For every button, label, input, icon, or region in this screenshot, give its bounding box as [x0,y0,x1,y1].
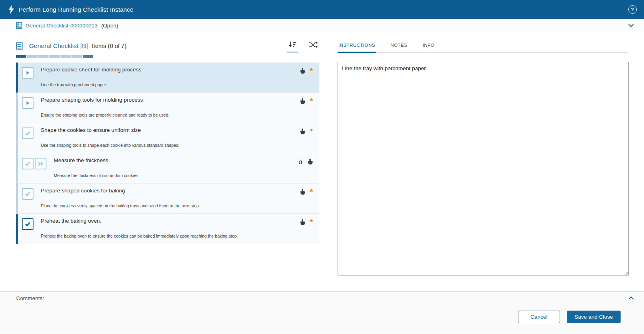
progress-segment [83,55,93,58]
send-next-chevron-button[interactable] [35,158,46,169]
item-title: Prepare shaping tools for molding proces… [41,97,300,103]
item-description: Place the cookies evenly spaced on the b… [41,203,300,208]
checklist-item[interactable]: Shape the cookies to ensure uniform size… [16,123,319,153]
checklist-item[interactable]: Measure the thickness Measure the thickn… [16,153,319,184]
required-asterisk: * [310,219,313,225]
checklist-panel: General Checklist [B] Items (0 of 7) [0,32,322,291]
tab-notes[interactable]: NOTES [390,43,408,53]
progress-segment [71,55,82,58]
item-status-icons: α * [300,184,319,213]
title-bar: Perform Long Running Checklist Instance … [0,0,644,19]
item-texts: Prepare shaped cookies for baking Place … [34,184,300,213]
item-control [18,93,34,123]
double-chevron-icon [38,161,44,167]
alpha-icon: α [298,159,302,166]
item-control [18,153,46,183]
item-description: Use the shaping tools to shape each cook… [41,143,300,148]
manual-hand-icon [300,68,305,74]
check-icon [25,191,31,197]
status-text: (Open) [101,23,118,29]
start-step-button[interactable] [22,97,34,109]
item-control [18,184,34,213]
footer-actions: Cancel Save and Close [0,305,644,334]
item-title: Prepare shaped cookies for baking [41,188,300,194]
item-control [18,63,34,92]
item-status-icons: α * [300,63,319,92]
collapse-chevron-down-icon[interactable] [626,22,636,29]
manual-hand-icon [300,128,305,134]
item-title: Shape the cookies to ensure uniform size [41,127,300,133]
item-control [18,214,34,244]
checklist-doc-icon [16,22,22,29]
item-status-icons: α * [298,153,319,183]
checklist-item[interactable]: Prepare shaping tools for molding proces… [16,93,319,123]
detail-panel: INSTRUCTIONS NOTES INFO Line the tray wi… [322,32,644,291]
play-icon [25,70,30,75]
progress-bar [16,55,93,58]
breadcrumb: General Checklist-000000013 (Open) [0,19,644,32]
progress-segment [16,55,26,58]
start-step-button[interactable] [22,67,34,79]
progress-segment [49,55,59,58]
item-status-icons: α * [300,214,319,244]
check-icon [25,161,31,167]
help-icon[interactable]: ? [628,5,637,14]
manual-hand-icon [300,98,305,104]
checklist-title: General Checklist [B] [29,42,88,50]
item-title: Preheat the baking oven. [41,218,300,224]
check-icon [25,130,31,136]
sort-order-button[interactable] [287,40,298,52]
main-content: General Checklist [B] Items (0 of 7) [0,32,644,291]
complete-checkbox[interactable] [22,127,34,139]
item-description: Line the tray with parchment paper. [41,82,300,87]
tab-info[interactable]: INFO [422,43,435,53]
manual-hand-icon [300,219,305,225]
progress-segment [27,55,37,58]
page-title: Perform Long Running Checklist Instance [19,6,134,13]
item-texts: Prepare cookie sheet for molding process… [34,63,300,92]
complete-checkbox[interactable] [22,218,34,230]
item-description: Measure the thickness of six random cook… [54,173,298,178]
item-description: Ensure the shaping tools are properly cl… [41,113,300,117]
item-texts: Preheat the baking oven. Preheat the bak… [34,214,300,244]
required-asterisk: * [310,189,313,195]
item-texts: Measure the thickness Measure the thickn… [46,153,298,183]
comments-section: Comments: [0,291,644,305]
bolt-icon [8,5,15,14]
shuffle-button[interactable] [307,40,319,52]
item-status-icons: α * [300,123,319,153]
checklist-header: General Checklist [B] Items (0 of 7) [16,40,319,52]
checklist-item[interactable]: Prepare cookie sheet for molding process… [16,63,319,93]
manual-hand-icon [307,159,313,165]
detail-tabs: INSTRUCTIONS NOTES INFO [338,43,629,53]
comments-chevron-up-icon[interactable] [626,294,636,302]
required-asterisk: * [310,98,313,104]
cancel-button[interactable]: Cancel [518,311,560,323]
app-window: Perform Long Running Checklist Instance … [0,0,644,334]
item-title: Measure the thickness [54,157,298,163]
save-and-close-button[interactable]: Save and Close [567,311,621,323]
checklist-instance-link[interactable]: General Checklist-000000013 [25,23,98,29]
complete-checkbox[interactable] [22,158,34,169]
items-count: Items (0 of 7) [92,43,126,49]
required-asterisk: * [310,128,313,135]
item-status-icons: α * [300,93,319,123]
complete-checkbox[interactable] [22,188,34,200]
progress-segment [61,55,71,58]
item-texts: Prepare shaping tools for molding proces… [34,93,300,123]
required-asterisk: * [310,68,313,74]
instructions-textarea[interactable]: Line the tray with parchment paper. [338,62,629,276]
check-icon [25,221,31,227]
manual-hand-icon [300,189,305,195]
checklist-doc-icon [16,42,23,50]
play-icon [25,100,30,106]
checklist-items: Prepare cookie sheet for molding process… [16,63,319,244]
tab-instructions[interactable]: INSTRUCTIONS [338,43,376,53]
item-control [18,123,34,153]
item-texts: Shape the cookies to ensure uniform size… [34,123,300,153]
checklist-item[interactable]: Preheat the baking oven. Preheat the bak… [16,214,319,244]
progress-segment [38,55,48,58]
item-description: Preheat the baking oven to ensure the co… [41,234,300,238]
comments-label: Comments: [16,295,44,301]
checklist-item[interactable]: Prepare shaped cookies for baking Place … [16,184,319,214]
